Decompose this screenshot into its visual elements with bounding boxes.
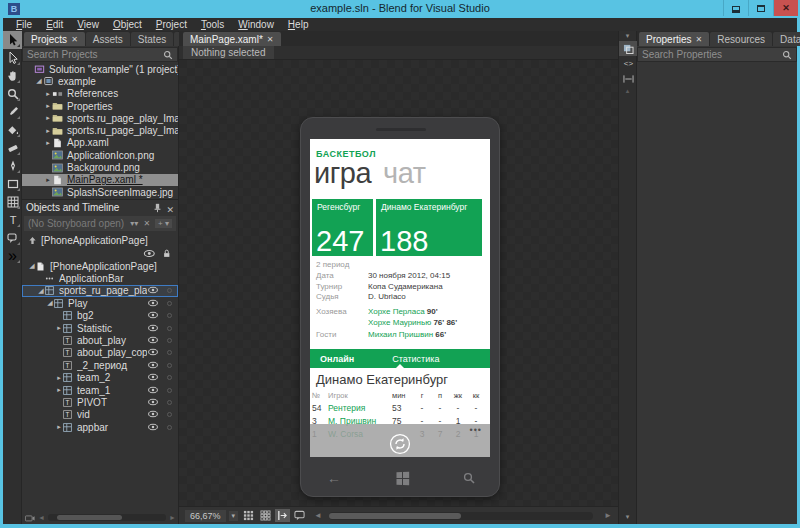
tool-pan-icon[interactable] [3,67,22,85]
menu-help[interactable]: Help [281,19,316,30]
object-item-bg2[interactable]: bg2 [22,310,178,322]
object-item-sports-ru-page-play[interactable]: ◢sports_ru_page_play [22,285,178,297]
lock-slot[interactable] [167,338,172,343]
expander-icon[interactable]: ▸ [55,386,63,394]
expander-icon[interactable]: ▸ [44,114,52,122]
tab-mainpage-xaml[interactable]: MainPage.xaml* ✕ [183,32,281,46]
snap-grid-icon[interactable] [241,509,256,522]
right-tab-resources[interactable]: Resources [710,32,772,46]
artboard-scroll-right-icon[interactable]: ► [604,511,612,520]
menu-view[interactable]: View [70,19,106,30]
visibility-eye-icon[interactable] [147,409,161,420]
match-info[interactable]: Дата30 ноября 2012, 04:15ТурнирКопа Суда… [316,271,486,303]
storyboard-picker[interactable]: (No Storyboard open) ▾▾ ✕ + ▾ [24,216,176,231]
visibility-eye-icon[interactable] [147,372,161,383]
tool-eraser-icon[interactable] [3,139,22,157]
pivot-item-чат[interactable]: чат [383,157,425,189]
close-document-icon[interactable]: ✕ [267,35,274,44]
expander-icon[interactable]: ◢ [35,77,43,85]
left-tab-states[interactable]: States [131,32,173,46]
expander-icon[interactable]: ▸ [44,176,52,184]
artboard-scroll-left-icon[interactable]: ◄ [314,511,322,520]
tree-item-sports-ru-page-play-images1[interactable]: ▸sports.ru_page_play_Images1 [22,124,178,136]
visibility-eye-icon[interactable] [147,385,161,396]
artboard[interactable]: БАСКЕТБОЛ играчат Регенсбург247Динамо Ек… [179,60,618,506]
lock-slot[interactable] [167,412,172,417]
windows-icon[interactable] [396,472,409,485]
close-button[interactable]: ✕ [773,0,798,16]
tool-eyedropper-icon[interactable] [3,103,22,121]
object-item-appbar[interactable]: ▸appbar [22,421,178,433]
sync-icon[interactable] [389,433,411,455]
object-item-team-1[interactable]: ▸team_1 [22,384,178,396]
menu-object[interactable]: Object [106,19,149,30]
object-item-pivot[interactable]: TPIVOT [22,396,178,408]
tree-item-references[interactable]: ▸References [22,88,178,100]
menu-tools[interactable]: Tools [194,19,231,30]
expander-icon[interactable]: ◢ [28,262,36,270]
tool-text-icon[interactable]: T [3,211,22,229]
object-item-team-2[interactable]: ▸team_2 [22,372,178,384]
menu-file[interactable]: File [9,19,39,30]
lock-slot[interactable] [167,375,172,380]
expander-icon[interactable]: ◢ [46,299,54,307]
stats-row-рентерия[interactable]: 54Рентерия53---- [312,402,488,415]
app-bar-overlay[interactable]: ••• [310,424,490,457]
stats-team-title[interactable]: Динамо Екатеринбург [316,372,448,387]
close-tab-icon[interactable]: ✕ [696,35,703,44]
annotations-icon[interactable] [292,509,307,522]
pin-icon[interactable] [153,203,162,213]
zoom-level[interactable]: 66,67% [185,510,226,522]
phone-device-frame[interactable]: БАСКЕТБОЛ играчат Регенсбург247Динамо Ек… [300,117,500,497]
phone-search-icon[interactable] [463,472,475,484]
tree-item-background-png[interactable]: Background.png [22,161,178,173]
expander-icon[interactable]: ◢ [37,287,45,295]
visibility-eye-icon[interactable] [147,285,161,296]
visibility-eye-icon[interactable] [147,347,161,358]
minimize-button[interactable] [723,0,748,16]
visibility-eye-icon[interactable] [147,397,161,408]
score-tile-динамо-екатеринбург[interactable]: Динамо Екатеринбург188 [376,199,482,256]
add-storyboard-button[interactable]: + ▾ [155,219,172,228]
more-dots-icon[interactable]: ••• [470,425,482,435]
lock-slot[interactable] [167,400,172,405]
titlebar[interactable]: B example.sln - Blend for Visual Studio … [0,0,800,18]
tree-item-splashscreenimage-jpg[interactable]: SplashScreenImage.jpg [22,186,178,198]
tree-item-applicationicon-png[interactable]: ApplicationIcon.png [22,149,178,161]
lock-slot[interactable] [167,425,172,430]
maximize-button[interactable] [748,0,773,16]
score-tile-регенсбург[interactable]: Регенсбург247 [312,199,373,256]
close-tab-icon[interactable]: ✕ [71,35,78,44]
object-item-applicationbar[interactable]: ApplicationBar [22,272,178,284]
menu-window[interactable]: Window [231,19,281,30]
visibility-eye-icon[interactable] [147,360,161,371]
period-label[interactable]: 2 период [316,260,349,269]
tree-item-example[interactable]: ◢example [22,75,178,87]
tree-item-mainpage-xaml[interactable]: ▸MainPage.xaml * [22,174,178,186]
right-tab-data[interactable]: Data [773,32,800,46]
camera-icon[interactable] [25,508,35,526]
expander-icon[interactable]: ▸ [44,102,52,110]
object-item-phoneapplicationpage[interactable]: ◢[PhoneApplicationPage] [22,260,178,272]
search-properties-input[interactable]: Search Properties [637,47,797,62]
expander-icon[interactable]: ▸ [55,324,63,332]
snaplines-icon[interactable] [275,509,290,522]
expander-icon[interactable]: ▸ [44,139,52,147]
tree-item-sports-ru-page-play-images[interactable]: ▸sports.ru_page_play_Images [22,112,178,124]
object-item-play[interactable]: ◢Play [22,297,178,309]
scroll-left-icon[interactable]: ◄ [38,514,45,521]
close-panel-icon[interactable]: ✕ [166,205,174,215]
section-tab-bar[interactable]: ОнлайнСтатистика [310,349,490,368]
expander-icon[interactable]: ▸ [44,127,52,135]
split-view-button[interactable] [619,71,638,86]
tool-direct-selection-icon[interactable] [3,49,22,67]
tool-rectangle-icon[interactable] [3,175,22,193]
lock-slot[interactable] [167,288,172,293]
design-view-button[interactable] [619,41,638,56]
visibility-eye-icon[interactable] [147,422,161,433]
tool-zoom-icon[interactable] [3,85,22,103]
object-item-about-play-copy[interactable]: Tabout_play_copy [22,347,178,359]
menu-project[interactable]: Project [149,19,194,30]
snap-to-grid-icon[interactable] [258,509,273,522]
tool-pen-icon[interactable] [3,157,22,175]
